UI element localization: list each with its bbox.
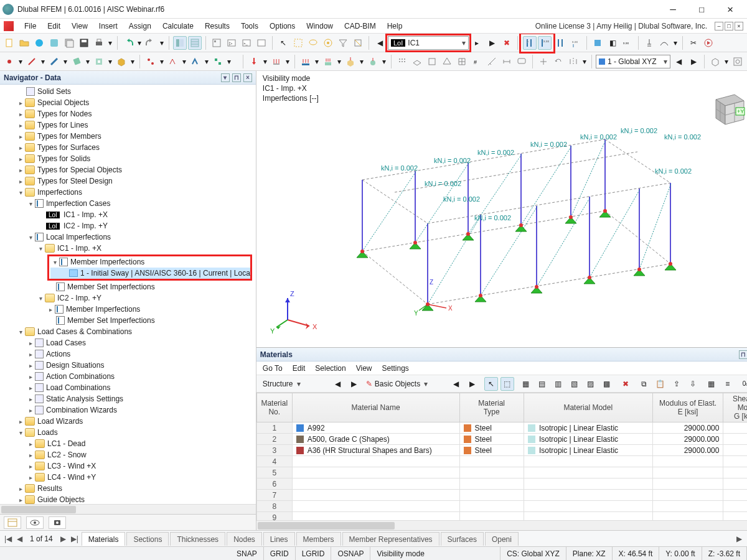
deform-icon[interactable] bbox=[657, 36, 671, 50]
tbl-prev-icon[interactable]: ◀ bbox=[449, 377, 463, 391]
materials-goto[interactable]: Go To bbox=[263, 364, 283, 373]
materials-horizontal-scrollbar[interactable] bbox=[256, 520, 747, 530]
status-lgrid[interactable]: LGRID bbox=[296, 547, 332, 560]
surface-tool-icon[interactable] bbox=[70, 55, 83, 68]
menu-options[interactable]: Options bbox=[264, 19, 301, 34]
materials-selection[interactable]: Selection bbox=[315, 364, 345, 373]
transform-dropdown[interactable]: ▾ bbox=[581, 55, 588, 68]
coord-system-selector[interactable]: 1 - Global XYZ ▾ bbox=[596, 55, 670, 68]
col-shear[interactable]: Shear Mo G [ks bbox=[723, 393, 747, 422]
line-tool-dropdown[interactable]: ▾ bbox=[40, 55, 46, 68]
tree-item-loads[interactable]: ▾Loads bbox=[1, 427, 256, 438]
redo-dropdown[interactable]: ▾ bbox=[159, 36, 165, 50]
tab-prev-icon[interactable]: ◀ bbox=[14, 534, 25, 543]
save-icon[interactable] bbox=[77, 36, 91, 50]
tree-item-member-set-imperf2[interactable]: Member Set Imperfections bbox=[1, 315, 256, 326]
undo-icon[interactable] bbox=[121, 36, 135, 50]
panel-close-icon[interactable]: × bbox=[243, 73, 252, 82]
nav-data-tab-icon[interactable] bbox=[4, 516, 21, 529]
tree-item-imperf-cases[interactable]: ▾Imperfection Cases bbox=[1, 198, 256, 209]
col-material-type[interactable]: Material Type bbox=[459, 393, 524, 422]
tree-item-types-lines[interactable]: ▸Types for Lines bbox=[1, 119, 256, 131]
set-nodes-icon[interactable] bbox=[144, 55, 157, 68]
tree-item-static-an[interactable]: ▸Static Analysis Settings bbox=[1, 393, 256, 404]
tree-item-ic2-local[interactable]: ▾IC2 - Imp. +Y bbox=[1, 292, 256, 304]
copy-icon[interactable]: ⧉ bbox=[637, 377, 651, 391]
menu-tools[interactable]: Tools bbox=[235, 19, 264, 34]
table-view5-icon[interactable]: ▨ bbox=[584, 377, 598, 391]
tab-sections[interactable]: Sections bbox=[126, 532, 169, 546]
show-tables-icon[interactable] bbox=[188, 36, 202, 50]
table-view1-icon[interactable]: ▦ bbox=[519, 377, 533, 391]
model-check-icon[interactable] bbox=[425, 55, 439, 68]
table-list-icon[interactable]: ≡ bbox=[721, 377, 735, 391]
materials-view[interactable]: View bbox=[356, 364, 372, 373]
tree-item-member-set-imperf[interactable]: Member Set Imperfections bbox=[1, 281, 256, 292]
model-viewport[interactable]: Visibility mode IC1 - Imp. +X Imperfecti… bbox=[256, 71, 747, 347]
select-arrow-icon[interactable]: ↖ bbox=[276, 36, 290, 50]
cat-prev-icon[interactable]: ◀ bbox=[331, 377, 345, 391]
table-row[interactable]: 2 A500, Grade C (Shapes) Steel Isotropic… bbox=[256, 434, 747, 445]
clear-case-icon[interactable]: ✖ bbox=[500, 36, 514, 50]
sl-dd[interactable]: ▾ bbox=[336, 55, 342, 68]
menu-calculate[interactable]: Calculate bbox=[157, 19, 199, 34]
table-grid-icon[interactable]: ▦ bbox=[705, 377, 718, 391]
tree-item-types-surfaces[interactable]: ▸Types for Surfaces bbox=[1, 142, 256, 153]
set-lines-icon[interactable] bbox=[166, 55, 180, 68]
measure-icon[interactable] bbox=[485, 55, 499, 68]
maximize-button[interactable]: ☐ bbox=[687, 0, 716, 19]
results-diagram-icon[interactable]: ◧ bbox=[606, 36, 619, 50]
filter-select-icon[interactable] bbox=[336, 36, 350, 50]
comment-icon[interactable] bbox=[515, 55, 529, 68]
opening-tool-icon[interactable] bbox=[92, 55, 106, 68]
cs-prev-icon[interactable]: ◀ bbox=[672, 55, 685, 68]
fl-dd[interactable]: ▾ bbox=[381, 55, 387, 68]
table-view6-icon[interactable]: ▩ bbox=[600, 377, 614, 391]
menu-file[interactable]: File bbox=[19, 19, 42, 34]
tab-member-rep[interactable]: Member Representatives bbox=[342, 532, 439, 546]
table-view2-icon[interactable]: ▤ bbox=[535, 377, 549, 391]
results-on-icon[interactable] bbox=[591, 36, 604, 50]
tree-item-design-sit[interactable]: ▸Design Situations bbox=[1, 360, 256, 371]
set-dd4[interactable]: ▾ bbox=[226, 55, 232, 68]
table-row[interactable]: 5 bbox=[256, 467, 747, 478]
mdi-minimize[interactable]: – bbox=[715, 22, 723, 30]
select-row-icon[interactable]: ⬚ bbox=[500, 377, 514, 391]
rotate-icon[interactable] bbox=[552, 55, 565, 68]
surface-tool-dropdown[interactable]: ▾ bbox=[85, 55, 91, 68]
navigator-horizontal-scrollbar[interactable] bbox=[0, 504, 256, 514]
tree-item-comb-wiz[interactable]: ▸Combination Wizards bbox=[1, 404, 256, 416]
menu-view[interactable]: View bbox=[66, 19, 93, 34]
select-related-icon[interactable] bbox=[321, 36, 335, 50]
tab-openings[interactable]: Openi bbox=[485, 532, 519, 546]
materials-table[interactable]: Material No. Material Name Material Type… bbox=[256, 393, 747, 520]
table-view4-icon[interactable]: ▧ bbox=[568, 377, 581, 391]
table-row[interactable]: 8 bbox=[256, 501, 747, 512]
nav-views-tab-icon[interactable] bbox=[49, 516, 66, 529]
opening-tool-dropdown[interactable]: ▾ bbox=[107, 55, 113, 68]
export-icon[interactable]: ⇪ bbox=[670, 377, 684, 391]
tree-item-types-members[interactable]: ▸Types for Members bbox=[1, 131, 256, 142]
clip-icon[interactable]: ✂ bbox=[687, 36, 700, 50]
tree-item-lc4[interactable]: ▸LC4 - Wind +Y bbox=[1, 472, 256, 483]
next-case-icon[interactable]: ▶ bbox=[485, 36, 499, 50]
set-surfaces-icon[interactable] bbox=[211, 55, 225, 68]
tab-nodes[interactable]: Nodes bbox=[227, 532, 262, 546]
col-emod[interactable]: Modulus of Elast. E [ksi] bbox=[652, 393, 723, 422]
zoom-fit-icon[interactable] bbox=[731, 55, 745, 68]
print-dropdown-icon[interactable]: ▾ bbox=[107, 36, 113, 50]
close-button[interactable]: ✕ bbox=[716, 0, 745, 19]
table-row[interactable]: 9 bbox=[256, 512, 747, 521]
node-tool-icon[interactable] bbox=[2, 55, 16, 68]
tree-item-types-nodes[interactable]: ▸Types for Nodes bbox=[1, 108, 256, 119]
set-dd3[interactable]: ▾ bbox=[204, 55, 210, 68]
tree-item-load-wizards[interactable]: ▸Load Wizards bbox=[1, 416, 256, 427]
tree-item-load-comb[interactable]: ▸Load Combinations bbox=[1, 382, 256, 393]
menu-insert[interactable]: Insert bbox=[93, 19, 123, 34]
move-copy-icon[interactable] bbox=[537, 55, 550, 68]
col-material-no[interactable]: Material No. bbox=[256, 393, 292, 422]
select-window-icon[interactable] bbox=[291, 36, 305, 50]
tab-surfaces[interactable]: Surfaces bbox=[441, 532, 484, 546]
generate-mesh-icon[interactable] bbox=[455, 55, 469, 68]
status-osnap[interactable]: OSNAP bbox=[331, 547, 370, 560]
